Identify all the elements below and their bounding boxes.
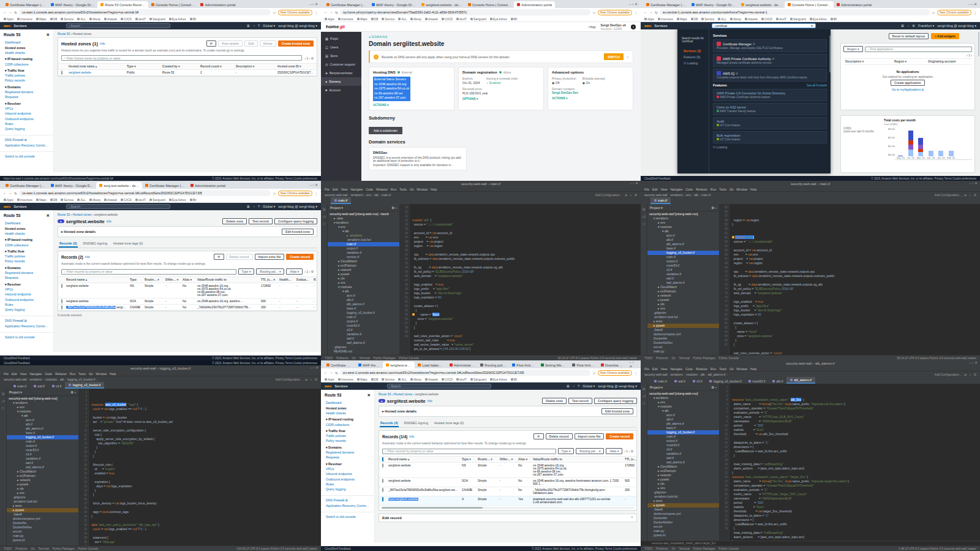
- browser-tab[interactable]: WAF theory - Google Dr…: [48, 1, 97, 8]
- sidebar-item[interactable]: CIDR collections: [321, 422, 374, 427]
- bell-icon[interactable]: ◔: [907, 24, 909, 28]
- breadcrumb[interactable]: ◂ DOMAINS: [369, 36, 633, 39]
- tree-item[interactable]: security-web-waf [sberg-web-rce]: [647, 392, 719, 396]
- hosted-zone-details-toggle[interactable]: ▸ Hosted zone details: [61, 230, 96, 234]
- sidebar-item[interactable]: ▾ Domains: [0, 264, 53, 270]
- browser-tab[interactable]: Certificate M…: [323, 362, 355, 368]
- create-record-button[interactable]: Create record: [286, 254, 314, 260]
- aws-logo[interactable]: aws: [4, 24, 10, 28]
- settings-icon[interactable]: ⚙: [635, 193, 637, 197]
- browser-tab[interactable]: Route 53 Console Recor…: [97, 1, 148, 8]
- row-radio[interactable]: [61, 70, 62, 75]
- record-row[interactable]: sergiitest.website SOA Simple - No ns-15…: [379, 478, 636, 487]
- sidebar-item[interactable]: Registered domains: [0, 270, 53, 275]
- bookmark-item[interactable]: Inventure: [338, 378, 353, 381]
- bookmark-item[interactable]: CI/CD: [121, 199, 132, 202]
- refresh-button[interactable]: ⟳: [533, 433, 543, 439]
- commit-tool-icon[interactable]: ⎇: [322, 215, 326, 218]
- aws-logo[interactable]: aws: [644, 24, 651, 28]
- bookmark-item[interactable]: Arawek: [425, 378, 438, 381]
- browser-tab[interactable]: WAF theory - Google D…: [48, 182, 96, 189]
- status-tool-button[interactable]: Terminal: [38, 547, 48, 550]
- sidebar-item[interactable]: Health checks: [0, 50, 53, 55]
- bookmark-item[interactable]: Service: [61, 199, 74, 202]
- add-configuration[interactable]: Add Configuration…: [276, 378, 303, 381]
- sidebar-item[interactable]: ▾ Traffic flow: [321, 427, 374, 433]
- collapse-icon[interactable]: ⚙ –: [711, 386, 717, 390]
- bookmark-item[interactable]: Arawek: [745, 18, 758, 21]
- bookmark-item[interactable]: Inventure: [17, 199, 32, 202]
- view-details-button[interactable]: View details: [218, 40, 243, 47]
- tree-item[interactable]: alb.tf: [647, 238, 719, 242]
- bookmark-item[interactable]: Service: [701, 18, 714, 21]
- tree-item[interactable]: ▸ pyweb: [647, 477, 719, 482]
- sidebar-item[interactable]: ▾ Domains: [0, 83, 53, 89]
- bookmark-item[interactable]: DB: [691, 18, 698, 21]
- region-selector[interactable]: Global ▾: [263, 205, 275, 208]
- tree-item[interactable]: alb_alarms.tf: [328, 302, 399, 306]
- status-tool-button[interactable]: Git: [352, 357, 356, 360]
- bookmark-item[interactable]: CI/CD: [121, 18, 132, 21]
- bookmark-item[interactable]: Aliexp: [89, 18, 100, 21]
- code-editor[interactable]: 1234567891011121314151617181920212223242…: [720, 384, 980, 541]
- back-icon[interactable]: ←: [3, 10, 7, 14]
- commit-tool-icon[interactable]: ⎇: [1, 399, 5, 403]
- sidebar-item[interactable]: Health checks: [0, 231, 53, 236]
- tree-item[interactable]: waf.tf: [647, 456, 719, 460]
- menu-item[interactable]: Refactor: [376, 188, 388, 191]
- tree-item[interactable]: security-web-waf [sberg-web-rce]: [647, 212, 719, 216]
- tree-item[interactable]: acm.tf: [328, 294, 399, 298]
- code-editor[interactable]: 1234567891011121314151617181920212223242…: [79, 389, 321, 545]
- tree-item[interactable]: .terraform.lock.hcl: [647, 315, 719, 319]
- bookmark-item[interactable]: ALL: [398, 378, 407, 381]
- status-tool-button[interactable]: Git: [31, 547, 35, 550]
- zone-tab[interactable]: Records (4): [380, 420, 399, 427]
- breadcrumb-item[interactable]: lab: [374, 193, 379, 197]
- test-record-button[interactable]: Test record: [249, 218, 273, 224]
- structure-tool-icon[interactable]: ⬡: [643, 222, 645, 226]
- tree-item[interactable]: ▾ terraform: [328, 221, 399, 225]
- tree-item[interactable]: s3.tf: [328, 328, 399, 332]
- tree-item[interactable]: Dockerfile: [647, 336, 719, 341]
- find-applications-input[interactable]: ⌕Find applications: [865, 47, 972, 52]
- tree-item[interactable]: logging_s3_bucket.tf: [328, 311, 399, 315]
- tree-item[interactable]: ▸ sns: [647, 486, 719, 490]
- create-record-button[interactable]: Create record: [606, 433, 633, 439]
- window-controls[interactable]: – ▫ ✕: [306, 183, 321, 187]
- forward-icon[interactable]: →: [9, 10, 12, 14]
- tree-item[interactable]: alb.tf: [7, 422, 78, 427]
- edit-record-panel[interactable]: Edit record: [382, 516, 402, 520]
- browser-tab[interactable]: Flow limiting: [569, 362, 598, 368]
- sidebar-item[interactable]: ▤Store: [321, 51, 361, 60]
- window-controls[interactable]: – ▫ ✕: [969, 360, 978, 365]
- delete-zone-button[interactable]: Delete zone: [222, 218, 247, 224]
- zone-tab[interactable]: DNSSEC signing: [404, 420, 429, 427]
- breadcrumb-item[interactable]: security-web-waf: [644, 373, 668, 376]
- window-controls[interactable]: – ▫ ✕: [310, 365, 318, 370]
- tree-item[interactable]: security-web-waf [sberg-web-rce]: [7, 397, 78, 401]
- bookmark-item[interactable]: devIT: [456, 18, 467, 21]
- sidebar-item[interactable]: ▾ Resolver: [0, 281, 53, 287]
- alias-filter-select[interactable]: Alias ▾: [606, 448, 622, 454]
- tree-item[interactable]: output.tf: [328, 246, 399, 251]
- menu-item[interactable]: File: [644, 188, 649, 191]
- bookmark-item[interactable]: Aliexp: [410, 378, 421, 381]
- sidebar-item[interactable]: Rules: [0, 121, 53, 126]
- sidebar-item[interactable]: VPCs: [0, 106, 53, 111]
- bookmark-item[interactable]: Arawek: [104, 18, 117, 21]
- menu-item[interactable]: Run: [70, 372, 75, 376]
- sidebar-item[interactable]: CIDR collections: [0, 242, 53, 247]
- tree-item[interactable]: alb_alarms.tf: [647, 242, 719, 246]
- menu-item[interactable]: Git: [89, 372, 92, 376]
- bookmark-item[interactable]: devIT: [776, 18, 786, 21]
- menu-item[interactable]: Edit: [652, 367, 658, 371]
- bookmark-item[interactable]: IBr: [511, 378, 518, 381]
- type-filter-select[interactable]: Type ▾: [238, 268, 255, 275]
- bell-icon[interactable]: ◔: [253, 205, 255, 208]
- sidebar-item[interactable]: Requests: [321, 455, 374, 460]
- sidebar-item[interactable]: Outbound endpoints: [321, 477, 374, 482]
- tree-item[interactable]: ▸ pyweb: [7, 482, 78, 487]
- feature-result[interactable]: Audit IoT Core feature: [713, 117, 827, 129]
- routing-filter-select[interactable]: Routing pol… ▾: [576, 448, 604, 454]
- tree-item[interactable]: ▸ env: [647, 221, 719, 225]
